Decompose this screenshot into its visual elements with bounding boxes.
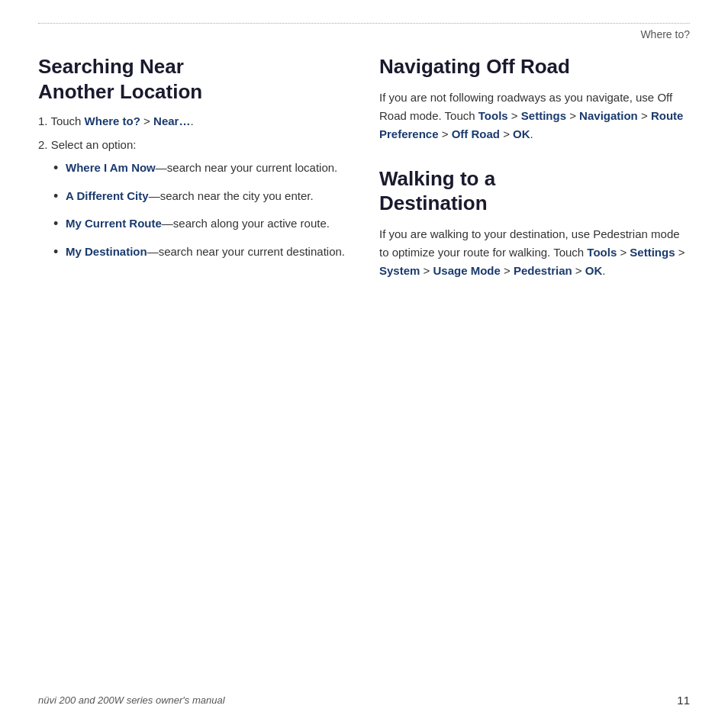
left-column: Searching Near Another Location 1. Touch… (38, 54, 349, 289)
step-2: 2. Select an option: (38, 137, 349, 154)
footer-manual-title: nüvi 200 and 200W series owner's manual (38, 694, 225, 706)
main-content: Searching Near Another Location 1. Touch… (38, 54, 690, 289)
bullet-list: Where I Am Now—search near your current … (53, 159, 349, 260)
where-to-label: Where to? (640, 28, 690, 40)
bullet-4: My Destination—search near your current … (53, 243, 349, 261)
left-section-heading: Searching Near Another Location (38, 54, 349, 104)
bullet-1: Where I Am Now—search near your current … (53, 159, 349, 177)
step-1: 1. Touch Where to? > Near…. (38, 113, 349, 130)
right-column: Navigating Off Road If you are not follo… (379, 54, 690, 289)
footer: nüvi 200 and 200W series owner's manual … (38, 694, 690, 707)
walking-to-destination-section: Walking to a Destination If you are walk… (379, 166, 690, 280)
navigating-off-road-body: If you are not following roadways as you… (379, 89, 690, 143)
page-container: Where to? Searching Near Another Locatio… (0, 0, 728, 728)
walking-heading: Walking to a Destination (379, 166, 690, 216)
header: Where to? (38, 28, 690, 40)
navigating-off-road-section: Navigating Off Road If you are not follo… (379, 54, 690, 143)
footer-page-number: 11 (677, 694, 690, 707)
bullet-2: A Different City—search near the city yo… (53, 188, 349, 205)
navigating-off-road-heading: Navigating Off Road (379, 54, 690, 79)
top-border (38, 23, 690, 24)
walking-body: If you are walking to your destination, … (379, 225, 690, 280)
numbered-list: 1. Touch Where to? > Near…. 2. Select an… (38, 113, 349, 153)
bullet-3: My Current Route—search along your activ… (53, 215, 349, 233)
